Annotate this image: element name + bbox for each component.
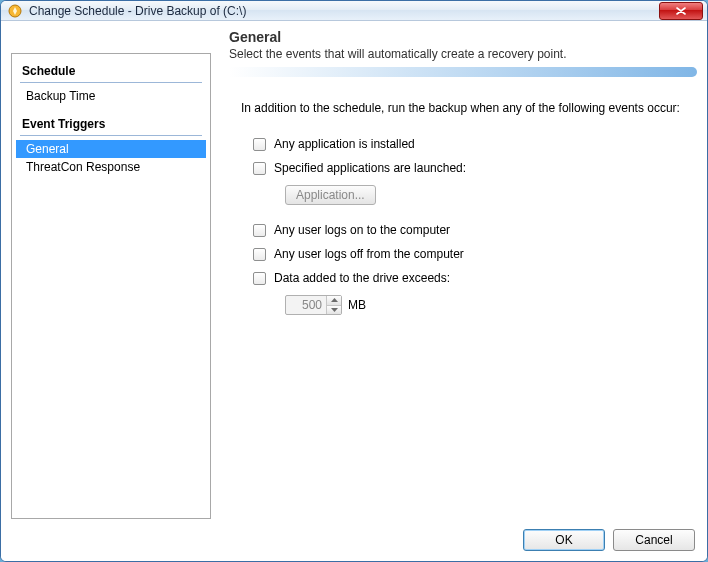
checkbox-logoff[interactable] [253,248,266,261]
intro-text: In addition to the schedule, run the bac… [241,101,687,115]
close-button[interactable] [659,2,703,20]
data-threshold-row: MB [285,295,687,315]
sidebar: Schedule Backup Time Event Triggers Gene… [11,53,211,519]
option-logoff[interactable]: Any user logs off from the computer [253,247,687,261]
sidebar-divider [20,82,202,83]
close-icon [676,7,686,15]
window-title: Change Schedule - Drive Backup of (C:\) [29,4,246,18]
client-area: Schedule Backup Time Event Triggers Gene… [1,21,707,561]
sidebar-heading-event-triggers: Event Triggers [12,113,210,133]
sidebar-item-threatcon-response[interactable]: ThreatCon Response [12,158,210,176]
sidebar-divider [20,135,202,136]
ok-button[interactable]: OK [523,529,605,551]
panel-header: General Select the events that will auto… [225,29,697,77]
label-logon: Any user logs on to the computer [274,223,450,237]
sidebar-container: Schedule Backup Time Event Triggers Gene… [11,29,211,519]
option-data-exceeds[interactable]: Data added to the drive exceeds: [253,271,687,285]
label-apps-launched: Specified applications are launched: [274,161,466,175]
sidebar-heading-schedule: Schedule [12,60,210,80]
spin-up[interactable] [327,296,341,305]
data-threshold-input[interactable] [286,296,326,314]
data-threshold-unit: MB [348,298,366,312]
label-app-installed: Any application is installed [274,137,415,151]
checkbox-apps-launched[interactable] [253,162,266,175]
option-app-installed[interactable]: Any application is installed [253,137,687,151]
sidebar-item-backup-time[interactable]: Backup Time [12,87,210,105]
app-icon [7,3,23,19]
panel-title: General [229,29,697,45]
work-area: Schedule Backup Time Event Triggers Gene… [11,29,697,519]
cancel-button[interactable]: Cancel [613,529,695,551]
option-apps-launched[interactable]: Specified applications are launched: [253,161,687,175]
main-panel: General Select the events that will auto… [225,29,697,519]
panel-subtitle: Select the events that will automaticall… [229,47,697,61]
checkbox-data-exceeds[interactable] [253,272,266,285]
titlebar[interactable]: Change Schedule - Drive Backup of (C:\) [1,1,707,21]
application-button-row: Application... [285,185,687,205]
chevron-up-icon [331,298,338,302]
spin-down[interactable] [327,305,341,315]
checkbox-logon[interactable] [253,224,266,237]
spinner [326,296,341,314]
spacer [12,105,210,113]
panel-content: In addition to the schedule, run the bac… [225,77,697,321]
data-threshold-stepper[interactable] [285,295,342,315]
dialog-footer: OK Cancel [11,519,697,551]
label-data-exceeds: Data added to the drive exceeds: [274,271,450,285]
option-logon[interactable]: Any user logs on to the computer [253,223,687,237]
dialog-window: Change Schedule - Drive Backup of (C:\) … [0,0,708,562]
checkbox-app-installed[interactable] [253,138,266,151]
label-logoff: Any user logs off from the computer [274,247,464,261]
header-gradient [229,67,697,77]
application-button[interactable]: Application... [285,185,376,205]
chevron-down-icon [331,308,338,312]
sidebar-item-general[interactable]: General [16,140,206,158]
